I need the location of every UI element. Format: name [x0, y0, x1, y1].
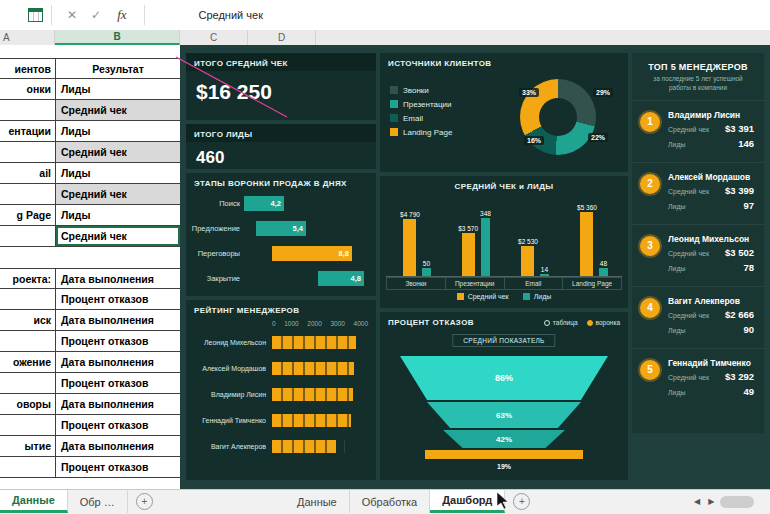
rating-row: Вагит Алекперов: [186, 433, 376, 459]
cell-col-a[interactable]: [0, 184, 55, 205]
cell-col-a[interactable]: [0, 457, 55, 478]
column-header-d[interactable]: D: [248, 30, 316, 45]
stage-row: Переговоры8,8: [186, 241, 376, 266]
enter-icon[interactable]: ✓: [84, 8, 108, 22]
sheet-tab-inactive[interactable]: Данные: [285, 490, 350, 513]
rank-badge: 4: [640, 298, 660, 318]
combo-check-bar: [403, 219, 416, 276]
cell-col-a[interactable]: ail: [0, 163, 55, 184]
cell-col-b[interactable]: [55, 247, 180, 268]
cell-col-b[interactable]: Дата выполнения: [55, 310, 180, 331]
table-row: ожениеДата выполнения: [0, 352, 180, 373]
cell-col-a[interactable]: ожение: [0, 352, 55, 373]
table-row: Средний чек: [0, 100, 180, 121]
manager-check-value: $2 666: [725, 309, 754, 320]
manager-item: 1Владимир ЛисинСредний чек$3 391Лиды146: [632, 100, 764, 162]
cell-col-a[interactable]: [0, 226, 55, 247]
cell-col-b[interactable]: Лиды: [55, 79, 180, 100]
cancel-icon[interactable]: ✕: [60, 8, 84, 22]
cell-col-a[interactable]: ытие: [0, 436, 55, 457]
toggle-option[interactable]: таблица: [544, 319, 578, 326]
cell-col-b[interactable]: Процент отказов: [55, 289, 180, 310]
stage-row: Предложение5,4: [186, 216, 376, 241]
manager-leads-row: Лиды146: [668, 138, 754, 153]
cell-col-b[interactable]: Средний чек: [55, 184, 180, 205]
radio-icon[interactable]: [544, 320, 550, 326]
reject-funnel: 86%63%42%19%: [380, 356, 628, 470]
cell-col-b[interactable]: Процент отказов: [55, 331, 180, 352]
cell-col-a[interactable]: [0, 331, 55, 352]
cell-col-b[interactable]: Процент отказов: [55, 373, 180, 394]
cell-col-b[interactable]: Процент отказов: [55, 457, 180, 478]
manager-leads-value: 49: [743, 386, 754, 397]
cell-col-b[interactable]: Дата выполнения: [55, 394, 180, 415]
combo-category-label: Презентации: [446, 278, 505, 289]
stage-bar-track: 4,8: [244, 271, 368, 286]
cell-col-b[interactable]: Средний чек: [55, 100, 180, 121]
sheet-tab-inactive[interactable]: Обр …: [68, 490, 128, 513]
scrollbar-thumb[interactable]: [720, 496, 754, 508]
cell-col-a[interactable]: g Page: [0, 205, 55, 226]
sheet-tab-active[interactable]: Данные: [0, 490, 68, 513]
combo-bar-label: 50: [423, 260, 430, 267]
stage-label: Предложение: [190, 224, 244, 233]
cell-col-a[interactable]: иск: [0, 310, 55, 331]
column-header-b[interactable]: B: [55, 30, 180, 45]
add-sheet-button[interactable]: +: [136, 493, 153, 510]
cell-col-a[interactable]: иентов: [0, 58, 55, 79]
cell-col-b[interactable]: Лиды: [55, 205, 180, 226]
divider: [51, 5, 52, 25]
manager-check-value: $3 292: [725, 371, 754, 382]
cell-col-a[interactable]: онки: [0, 79, 55, 100]
formula-input[interactable]: Средний чек: [153, 9, 770, 21]
cell-col-b[interactable]: Результат: [55, 58, 180, 79]
cell-col-b[interactable]: Процент отказов: [55, 415, 180, 436]
cell-col-a[interactable]: роекта:: [0, 268, 55, 289]
cell-col-a[interactable]: [0, 100, 55, 121]
table-row: [0, 247, 180, 268]
radio-icon[interactable]: [587, 320, 593, 326]
cell-col-a[interactable]: [0, 415, 55, 436]
rating-manager-name: Вагит Алекперов: [186, 443, 272, 450]
column-header-c[interactable]: C: [180, 30, 248, 45]
cell-col-b[interactable]: Лиды: [55, 163, 180, 184]
table-row: Средний чек: [0, 226, 180, 247]
rating-row: Геннадий Тимченко: [186, 407, 376, 433]
scroll-left-icon[interactable]: ◀: [694, 497, 700, 506]
manager-item: 5Геннадий ТимченкоСредний чек$3 292Лиды4…: [632, 348, 764, 410]
cell-col-a[interactable]: [0, 373, 55, 394]
excel-window: ✕ ✓ fx Средний чек A B C D иентовРезульт…: [0, 0, 770, 514]
cell-col-a[interactable]: [0, 289, 55, 310]
cell-col-a[interactable]: ентации: [0, 121, 55, 142]
legend-item: Landing Page: [390, 125, 452, 139]
rating-bar: [272, 440, 336, 453]
cell-col-a[interactable]: [0, 142, 55, 163]
column-header-a[interactable]: A: [0, 30, 55, 45]
combo-check-bar: [462, 233, 475, 276]
panel-title: РЕЙТИНГ МЕНЕДЖЕРОВ: [186, 300, 376, 318]
axis-tick-label: 0: [272, 320, 276, 327]
combo-bar-label: $2 530: [518, 238, 538, 245]
insert-function-icon[interactable]: fx: [108, 7, 135, 23]
stage-label: Поиск: [190, 199, 244, 208]
cell-col-b[interactable]: Дата выполнения: [55, 352, 180, 373]
axis-tick-label: 3000: [330, 320, 344, 327]
cell-col-b[interactable]: Дата выполнения: [55, 268, 180, 289]
combo-bar-wrap: 50: [422, 260, 431, 276]
selected-cell[interactable]: Средний чек: [55, 226, 180, 247]
kpi-leads-panel: ИТОГО ЛИДЫ 460: [186, 124, 376, 169]
cell-col-a[interactable]: [0, 247, 55, 268]
cell-col-a[interactable]: оворы: [0, 394, 55, 415]
sheet-tab-active[interactable]: Дашборд: [430, 490, 505, 513]
sheet-tab-inactive[interactable]: Обработка: [350, 490, 430, 513]
cell-col-b[interactable]: Лиды: [55, 121, 180, 142]
scroll-right-icon[interactable]: ▶: [708, 497, 714, 506]
metric-label: Средний чек: [668, 250, 709, 257]
rank-badge: 5: [640, 360, 660, 380]
add-sheet-button[interactable]: +: [513, 493, 530, 510]
cell-col-b[interactable]: Средний чек: [55, 142, 180, 163]
cell-col-b[interactable]: Дата выполнения: [55, 436, 180, 457]
stage-row: Поиск4,2: [186, 191, 376, 216]
manager-leads-row: Лиды97: [668, 200, 754, 215]
toggle-option[interactable]: воронка: [587, 319, 620, 326]
